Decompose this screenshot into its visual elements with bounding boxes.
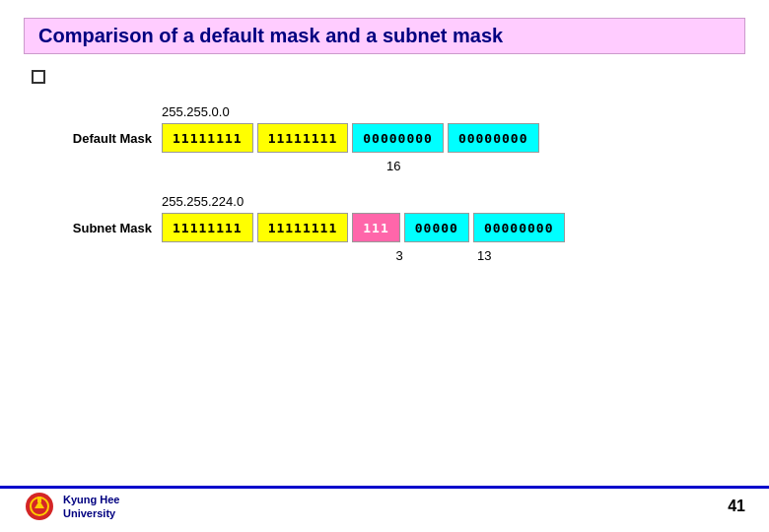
logo-line1: Kyung Hee bbox=[63, 494, 119, 505]
default-mask-section: 255.255.0.0 Default Mask 11111111 111111… bbox=[34, 103, 735, 173]
subnet-mask-label: Subnet Mask bbox=[34, 221, 162, 235]
subnet-bits-container: 11111111 11111111 111 00000 00000000 bbox=[162, 213, 565, 242]
slide-title: Comparison of a default mask and a subne… bbox=[24, 18, 745, 54]
subnet-mask-address: 255.255.224.0 bbox=[162, 194, 244, 209]
subnet-block3-pink: 111 bbox=[352, 213, 399, 242]
subnet-block5: 00000000 bbox=[473, 213, 565, 242]
default-block4: 00000000 bbox=[448, 123, 539, 153]
footer: Kyung Hee University 41 bbox=[24, 491, 745, 522]
footer-line bbox=[0, 486, 769, 489]
default-block1: 11111111 bbox=[162, 123, 253, 153]
logo-text: Kyung Hee University bbox=[63, 493, 119, 521]
subnet-block4-cyan: 00000 bbox=[404, 213, 469, 242]
default-mask-address: 255.255.0.0 bbox=[162, 104, 230, 119]
slide-container: Comparison of a default mask and a subne… bbox=[0, 0, 769, 532]
diagram-area: 255.255.0.0 Default Mask 11111111 111111… bbox=[24, 103, 745, 263]
subnet-block2: 11111111 bbox=[257, 213, 349, 242]
subnet-count2: 13 bbox=[477, 248, 491, 263]
subnet-block1: 11111111 bbox=[162, 213, 253, 242]
default-count: 16 bbox=[386, 159, 400, 173]
default-block2: 11111111 bbox=[257, 123, 349, 153]
subnet-mask-section: 255.255.224.0 Subnet Mask 11111111 11111… bbox=[34, 193, 735, 263]
default-bits-container: 11111111 11111111 00000000 00000000 bbox=[162, 123, 539, 153]
subnet-mask-row: Subnet Mask 11111111 11111111 111 00000 … bbox=[34, 213, 735, 242]
page-number: 41 bbox=[728, 498, 745, 515]
logo-line2: University bbox=[63, 507, 115, 519]
university-logo bbox=[24, 491, 55, 522]
logo-area: Kyung Hee University bbox=[24, 491, 119, 522]
subnet-count1: 3 bbox=[375, 248, 424, 263]
bullet-icon bbox=[32, 70, 45, 84]
default-mask-row: Default Mask 11111111 11111111 00000000 … bbox=[34, 123, 735, 153]
default-block3: 00000000 bbox=[352, 123, 444, 153]
default-mask-label: Default Mask bbox=[34, 131, 162, 146]
